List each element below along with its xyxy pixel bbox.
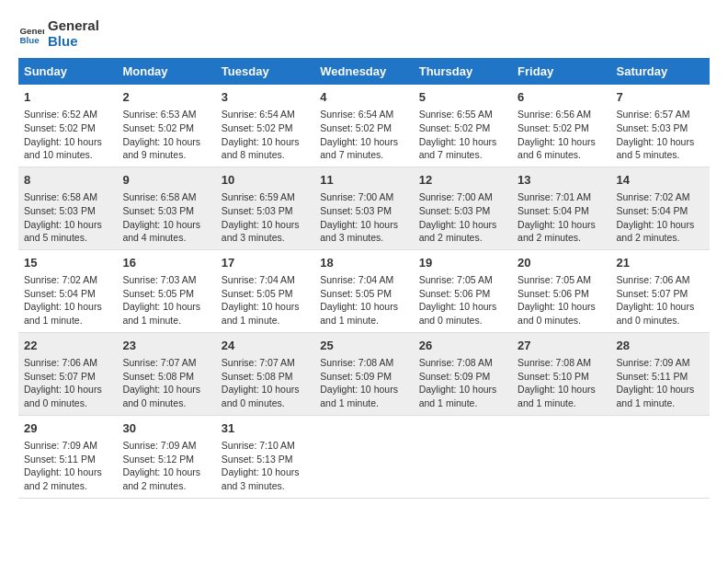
day-info: Daylight: 10 hours [419, 383, 506, 396]
day-number: 2 [122, 89, 210, 106]
day-info: and 7 minutes. [419, 148, 506, 162]
day-info: and 3 minutes. [222, 231, 309, 245]
day-info: Daylight: 10 hours [320, 300, 407, 314]
day-info: Sunset: 5:09 PM [419, 370, 506, 384]
day-number: 27 [518, 338, 605, 354]
day-number: 1 [24, 89, 111, 106]
day-info: and 4 minutes. [122, 231, 210, 245]
calendar-cell: 1Sunrise: 6:52 AMSunset: 5:02 PMDaylight… [18, 85, 117, 167]
day-info: Sunrise: 6:54 AM [320, 108, 407, 121]
calendar-cell: 26Sunrise: 7:08 AMSunset: 5:09 PMDayligh… [414, 332, 512, 415]
calendar-cell: 9Sunrise: 6:58 AMSunset: 5:03 PMDaylight… [117, 167, 215, 249]
day-info: Sunrise: 6:52 AM [24, 108, 111, 121]
logo-general: General [48, 18, 99, 34]
day-number: 31 [222, 420, 309, 437]
day-number: 17 [222, 255, 309, 271]
day-info: Daylight: 10 hours [617, 135, 704, 149]
logo: General Blue General Blue [18, 18, 99, 49]
calendar-cell: 16Sunrise: 7:03 AMSunset: 5:05 PMDayligh… [117, 249, 215, 332]
day-info: and 1 minute. [122, 314, 210, 327]
calendar-cell: 15Sunrise: 7:02 AMSunset: 5:04 PMDayligh… [18, 249, 117, 332]
calendar-cell: 17Sunrise: 7:04 AMSunset: 5:05 PMDayligh… [216, 249, 314, 332]
day-info: and 0 minutes. [222, 396, 309, 410]
day-info: and 2 minutes. [24, 479, 111, 493]
day-info: Daylight: 10 hours [24, 300, 111, 314]
day-info: Sunset: 5:07 PM [24, 370, 111, 384]
day-info: Sunrise: 6:58 AM [24, 190, 111, 204]
day-info: Daylight: 10 hours [320, 383, 407, 396]
day-info: Sunset: 5:05 PM [222, 287, 309, 301]
day-number: 24 [222, 338, 309, 354]
day-info: Daylight: 10 hours [222, 383, 309, 396]
day-info: Sunrise: 6:54 AM [222, 108, 309, 121]
day-info: Sunset: 5:11 PM [617, 370, 704, 384]
day-info: Sunset: 5:08 PM [222, 370, 309, 384]
logo-blue: Blue [48, 34, 99, 50]
column-header-tuesday: Tuesday [216, 58, 314, 85]
day-info: Sunrise: 7:08 AM [419, 356, 506, 370]
day-info: Sunrise: 7:01 AM [518, 190, 605, 204]
calendar-cell: 27Sunrise: 7:08 AMSunset: 5:10 PMDayligh… [512, 332, 610, 415]
calendar-cell [512, 415, 610, 498]
day-info: and 2 minutes. [518, 231, 605, 245]
day-number: 11 [320, 172, 407, 189]
day-number: 25 [320, 338, 407, 354]
day-info: Sunset: 5:05 PM [122, 287, 210, 301]
day-info: Sunset: 5:02 PM [419, 121, 506, 135]
day-info: and 5 minutes. [24, 231, 111, 245]
day-info: Sunrise: 7:02 AM [24, 273, 111, 287]
calendar-cell: 11Sunrise: 7:00 AMSunset: 5:03 PMDayligh… [314, 167, 413, 249]
day-info: Sunset: 5:03 PM [419, 204, 506, 218]
day-info: Daylight: 10 hours [222, 300, 309, 314]
day-number: 30 [122, 420, 210, 437]
day-number: 22 [24, 338, 111, 354]
calendar-row-2: 8Sunrise: 6:58 AMSunset: 5:03 PMDaylight… [18, 167, 710, 249]
day-info: Daylight: 10 hours [122, 465, 210, 479]
calendar-cell: 4Sunrise: 6:54 AMSunset: 5:02 PMDaylight… [314, 85, 413, 167]
page-header: General Blue General Blue [18, 18, 710, 49]
day-info: Daylight: 10 hours [24, 218, 111, 232]
day-info: Sunrise: 7:03 AM [122, 273, 210, 287]
day-info: Sunset: 5:06 PM [518, 287, 605, 301]
day-info: Sunset: 5:03 PM [617, 121, 704, 135]
calendar-cell: 12Sunrise: 7:00 AMSunset: 5:03 PMDayligh… [414, 167, 512, 249]
day-info: Sunrise: 7:07 AM [222, 356, 309, 370]
day-info: Sunrise: 7:08 AM [518, 356, 605, 370]
day-info: Daylight: 10 hours [518, 383, 605, 396]
day-info: Sunset: 5:09 PM [320, 370, 407, 384]
day-info: and 0 minutes. [419, 314, 506, 327]
day-info: Sunrise: 7:06 AM [24, 356, 111, 370]
day-number: 5 [419, 89, 506, 106]
calendar-row-3: 15Sunrise: 7:02 AMSunset: 5:04 PMDayligh… [18, 249, 710, 332]
column-header-sunday: Sunday [18, 58, 117, 85]
day-number: 19 [419, 255, 506, 271]
day-info: Sunrise: 7:04 AM [320, 273, 407, 287]
day-info: Sunrise: 7:00 AM [320, 190, 407, 204]
day-info: Daylight: 10 hours [518, 135, 605, 149]
day-info: Sunrise: 7:05 AM [518, 273, 605, 287]
day-info: Sunset: 5:02 PM [122, 121, 210, 135]
day-number: 10 [222, 172, 309, 189]
day-info: Daylight: 10 hours [518, 300, 605, 314]
day-info: Sunset: 5:03 PM [122, 204, 210, 218]
day-info: Sunset: 5:04 PM [24, 287, 111, 301]
day-info: Daylight: 10 hours [122, 218, 210, 232]
day-info: Sunset: 5:07 PM [617, 287, 704, 301]
calendar-cell: 30Sunrise: 7:09 AMSunset: 5:12 PMDayligh… [117, 415, 215, 498]
svg-text:Blue: Blue [19, 34, 40, 44]
day-info: and 0 minutes. [24, 396, 111, 410]
calendar-cell: 20Sunrise: 7:05 AMSunset: 5:06 PMDayligh… [512, 249, 610, 332]
day-info: Sunrise: 6:56 AM [518, 108, 605, 121]
day-info: Daylight: 10 hours [320, 218, 407, 232]
day-info: Sunrise: 7:00 AM [419, 190, 506, 204]
day-number: 14 [617, 172, 704, 189]
day-info: Daylight: 10 hours [24, 383, 111, 396]
column-header-saturday: Saturday [611, 58, 710, 85]
column-header-wednesday: Wednesday [314, 58, 413, 85]
day-info: Daylight: 10 hours [518, 218, 605, 232]
calendar-cell: 22Sunrise: 7:06 AMSunset: 5:07 PMDayligh… [18, 332, 117, 415]
day-info: and 6 minutes. [518, 148, 605, 162]
day-info: and 5 minutes. [617, 148, 704, 162]
day-info: and 1 minute. [24, 314, 111, 327]
day-info: Daylight: 10 hours [320, 135, 407, 149]
